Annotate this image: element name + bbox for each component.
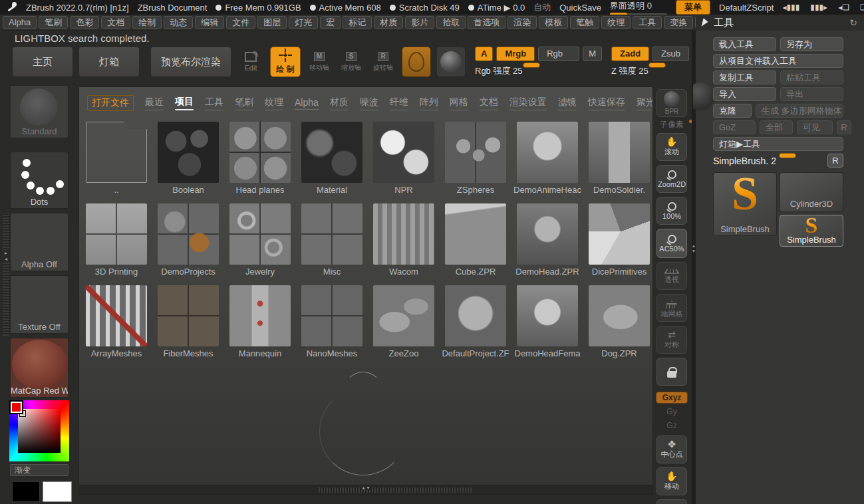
current-brush-selector[interactable]: Standard [10,85,69,138]
tab-spotlight[interactable]: 聚光灯 [637,96,653,110]
perspective-button[interactable]: 透视 [656,262,687,290]
copy-tool-button[interactable]: 复制工具 [713,70,776,84]
lightbox-item[interactable]: ArrayMeshes [80,284,152,366]
load-from-project-button[interactable]: 从项目文件载入工具 [713,54,843,68]
rotate-mode-button[interactable]: R 旋转轴 [370,47,396,77]
mrgb-toggle[interactable]: Mrgb [496,47,535,61]
lightbox-item[interactable]: FiberMeshes [152,284,224,366]
ui-transparency-slider[interactable]: 界面透明 0 [610,0,667,15]
tab-fibers[interactable]: 纤维 [390,96,408,110]
frame-center-button[interactable]: ✥ 中心点 [656,436,687,463]
camera-lock-button[interactable] [656,358,687,386]
aahalf-button[interactable]: AC50% [656,229,687,258]
edit-mode-button[interactable]: ✎ Edit [237,47,265,77]
lightbox-item[interactable]: Wacom [368,202,440,284]
tab-brushes[interactable]: 笔刷 [235,96,253,110]
gxyz-button[interactable]: Gxyz [656,392,688,404]
lightbox-item[interactable]: DemoAnimeHeac [511,120,583,202]
preview-boolean-button[interactable]: 预览布尔渲染 [150,47,231,77]
menu-item-material[interactable]: 材质 [374,16,403,29]
color-picker[interactable] [9,400,69,461]
lightbox-item[interactable]: Dog.ZPR [583,284,653,366]
lightbox-resize-bar[interactable]: ▲▼ [79,485,652,494]
goz-visible-button[interactable]: 可见 [797,120,833,134]
gradient-button[interactable]: 渐变 [10,464,69,476]
menu-item-macro[interactable]: 宏 [320,16,341,29]
goz-button[interactable]: GoZ [713,120,756,134]
tab-projects[interactable]: 项目 [175,96,194,110]
menu-item-draw[interactable]: 绘制 [132,16,162,29]
current-stroke-selector[interactable]: Dots [10,152,69,209]
lightbox-item[interactable]: Head planes [224,120,296,202]
m-toggle[interactable]: M [583,47,602,61]
tab-open-file[interactable]: 打开文件 [87,95,134,111]
load-tool-button[interactable]: 载入工具 [713,37,776,51]
clone-button[interactable]: 克隆 [713,104,752,118]
scroll-button[interactable]: ✋ 滚动 [656,133,687,161]
tab-alpha[interactable]: Alpha [295,97,319,110]
tool-palette-header[interactable]: 工具 ↻ [696,15,864,31]
lightbox-item[interactable]: DicePrimitives [583,202,653,284]
auto-toggle[interactable]: 自动 [533,1,551,13]
draw-mode-button[interactable]: 绘 制 [270,47,301,77]
menu-item-stencil[interactable]: 模板 [539,16,568,29]
tab-materials[interactable]: 材质 [330,96,349,110]
lightbox-item[interactable]: Jewelry [224,202,296,284]
home-button[interactable]: 主页 [12,47,73,77]
tab-noise[interactable]: 噪波 [360,96,378,110]
gz-button[interactable]: Gz [666,421,676,432]
current-texture-selector[interactable]: Texture Off [10,275,69,334]
zadd-toggle[interactable]: Zadd [611,47,649,61]
floor-grid-button[interactable]: ↓ 地网格 [656,294,687,322]
current-color-sphere-button[interactable] [436,47,466,77]
spix-slider[interactable]: 子像素 [660,120,684,129]
tab-arrays[interactable]: 阵列 [420,96,438,110]
menu-button[interactable]: 菜单 [676,0,710,15]
goz-r-button[interactable]: R [837,120,851,134]
menu-item-marker[interactable]: 标记 [343,16,372,29]
collapse-handle-icon[interactable]: ▲▼ [361,485,370,490]
lightbox-button[interactable]: 灯箱 [78,47,140,77]
lightbox-item[interactable]: Misc [296,202,368,284]
tab-tools[interactable]: 工具 [205,96,223,110]
restore-config-button[interactable]: R [827,154,843,168]
rgb-intensity-handle[interactable] [523,63,540,68]
menu-item-alpha[interactable]: Alpha [3,16,37,29]
tab-documents[interactable]: 文档 [480,96,498,110]
paste-tool-button[interactable]: 粘贴工具 [780,70,843,84]
rgb-intensity-slider[interactable]: Rgb 强度 25 [475,64,602,77]
local-symmetry-button[interactable]: ⇄ 对称 [656,326,687,354]
lightbox-item[interactable]: Boolean [152,120,224,202]
tab-filters[interactable]: 滤镜 [558,96,577,110]
lightbox-item[interactable]: NPR [368,120,440,202]
zsub-toggle[interactable]: Zsub [652,47,689,61]
goz-all-button[interactable]: 全部 [760,120,793,134]
lightbox-item[interactable]: NanoMeshes [296,284,368,366]
collapse-left-tray-icon[interactable]: ◂▮▮▮ [782,3,799,12]
lightbox-item[interactable]: DemoSoldier. [583,120,653,202]
lightbox-item[interactable]: DemoHeadFema [511,284,583,366]
rgb-toggle[interactable]: Rgb [538,47,579,61]
left-tray-divider-arrows[interactable]: ▸◂ [2,250,10,262]
lightbox-item[interactable]: ZeeZoo [368,284,440,366]
tool-slot-simplebrush[interactable]: S SimpleBrush [780,215,843,247]
tab-render-settings[interactable]: 渲染设置 [509,96,547,110]
lightbox-item[interactable]: DemoProjects [152,202,224,284]
lightbox-item[interactable]: Mannequin [224,284,296,366]
lightbox-to-tool-button[interactable]: 灯箱▶工具 [713,137,843,151]
tab-meshes[interactable]: 网格 [450,96,468,110]
dock-right-icon[interactable]: ❏▸ [860,3,864,12]
zoom2d-button[interactable]: Zoom2D [656,165,687,193]
scale-mode-button[interactable]: S 缩放轴 [338,47,364,77]
menu-item-movie[interactable]: 影片 [405,16,434,29]
menu-item-picker[interactable]: 拾取 [436,16,466,29]
reset-icon[interactable]: ↻ [849,17,857,28]
menu-item-edit[interactable]: 编辑 [195,16,224,29]
tab-quicksave[interactable]: 快速保存 [588,96,625,110]
actual-size-button[interactable]: 100% [656,197,687,225]
current-material-selector[interactable]: MatCap Red Wa: [10,338,69,398]
menu-item-tool[interactable]: 工具 [633,16,662,29]
menu-item-color[interactable]: 色彩 [70,16,99,29]
current-alpha-selector[interactable]: Alpha Off [10,213,69,271]
collapse-right-tray-icon[interactable]: ▮▮▮▸ [810,3,827,12]
